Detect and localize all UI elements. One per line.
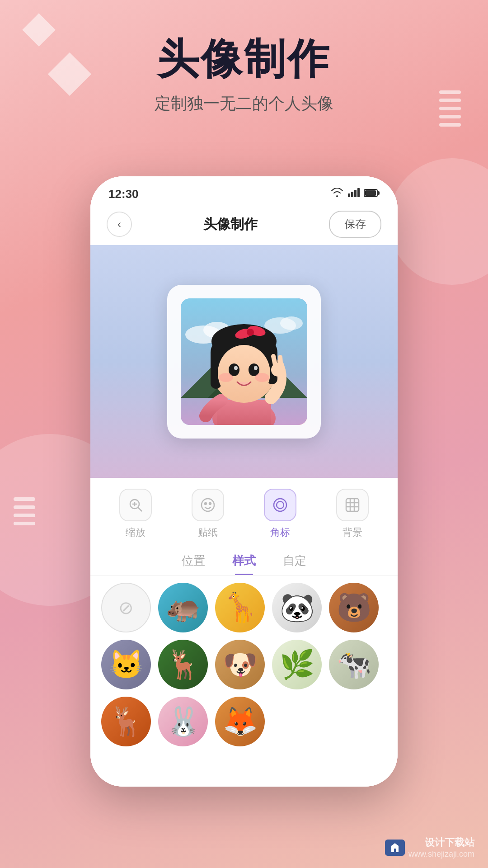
status-time: 12:30 xyxy=(108,187,139,201)
svg-point-25 xyxy=(247,329,254,336)
signal-icon xyxy=(348,188,360,200)
girl-avatar-svg xyxy=(181,298,307,425)
wifi-icon xyxy=(331,188,343,200)
tool-sticker[interactable]: 贴纸 xyxy=(192,489,224,539)
main-title: 头像制作 xyxy=(0,36,488,82)
avatar-image xyxy=(181,298,307,425)
svg-point-44 xyxy=(277,501,284,509)
tab-custom[interactable]: 自定 xyxy=(283,553,306,575)
back-button[interactable]: ‹ xyxy=(107,212,132,237)
header-title: 头像制作 xyxy=(203,215,258,234)
background-blob-2 xyxy=(389,158,488,285)
avatar-option-panda[interactable]: 🐼 xyxy=(272,583,322,632)
phone-inner: 12:30 xyxy=(90,176,398,787)
svg-rect-3 xyxy=(357,188,360,197)
svg-line-37 xyxy=(138,507,142,511)
svg-point-43 xyxy=(274,499,286,511)
zoom-icon-box xyxy=(119,489,152,521)
svg-point-29 xyxy=(234,366,238,370)
svg-rect-45 xyxy=(346,499,359,511)
header-bar: ‹ 头像制作 保存 xyxy=(90,203,398,245)
avatar-option-bear[interactable]: 🐻 xyxy=(329,583,379,632)
svg-point-26 xyxy=(218,345,270,401)
avatar-option-cat[interactable]: 🐱 xyxy=(101,640,151,689)
avatar-card xyxy=(167,285,321,439)
avatar-option-deer-green[interactable]: 🦌 xyxy=(158,640,208,689)
tab-position[interactable]: 位置 xyxy=(182,553,205,575)
phone-mockup: 12:30 xyxy=(90,176,398,787)
save-button[interactable]: 保存 xyxy=(329,211,381,238)
status-bar: 12:30 xyxy=(90,176,398,203)
tool-badge[interactable]: 角标 xyxy=(264,489,296,539)
svg-point-41 xyxy=(205,503,206,505)
avatar-option-rabbit[interactable]: 🐰 xyxy=(158,697,208,746)
svg-point-40 xyxy=(202,499,214,511)
zoom-label: 缩放 xyxy=(126,526,145,539)
tools-bar: 缩放 贴纸 xyxy=(90,478,398,544)
svg-rect-5 xyxy=(365,190,376,196)
watermark: 设计下载站 www.shejizaji.com xyxy=(385,836,474,859)
tool-zoom[interactable]: 缩放 xyxy=(119,489,152,539)
tool-background[interactable]: 背景 xyxy=(336,489,369,539)
svg-rect-0 xyxy=(348,193,350,197)
title-section: 头像制作 定制独一无二的个人头像 xyxy=(0,36,488,115)
svg-point-30 xyxy=(254,366,258,370)
svg-point-35 xyxy=(271,363,285,377)
tabs-row: 位置 样式 自定 xyxy=(90,544,398,576)
background-label: 背景 xyxy=(343,526,362,539)
avatar-option-dog[interactable]: 🐶 xyxy=(215,640,265,689)
status-icons xyxy=(331,188,380,200)
avatar-option-none[interactable]: ⊘ xyxy=(101,583,151,632)
avatar-options-grid: ⊘ 🦛 🦒 🐼 🐻 🐱 🦌 🐶 🌿 🐄 🦌 🐰 xyxy=(90,576,398,787)
canvas-area xyxy=(90,245,398,478)
avatar-option-giraffe[interactable]: 🦒 xyxy=(215,583,265,632)
back-arrow-icon: ‹ xyxy=(117,218,121,231)
svg-rect-2 xyxy=(354,190,357,197)
svg-rect-1 xyxy=(351,192,353,197)
watermark-label: 设计下载站 xyxy=(408,836,474,849)
sticker-icon-box xyxy=(192,489,224,521)
phone-frame: 12:30 xyxy=(90,176,398,787)
avatar-option-egg[interactable]: 🌿 xyxy=(272,640,322,689)
background-icon-box xyxy=(336,489,369,521)
badge-label: 角标 xyxy=(270,526,290,539)
sub-title: 定制独一无二的个人头像 xyxy=(0,93,488,115)
avatar-row-1: ⊘ 🦛 🦒 🐼 🐻 xyxy=(101,583,387,632)
svg-point-42 xyxy=(209,503,211,505)
tab-style[interactable]: 样式 xyxy=(232,553,256,575)
avatar-row-2: 🐱 🦌 🐶 🌿 🐄 xyxy=(101,640,387,689)
badge-icon-box xyxy=(264,489,296,521)
avatar-option-deer-orange[interactable]: 🦌 xyxy=(101,697,151,746)
svg-point-11 xyxy=(280,316,303,330)
svg-rect-6 xyxy=(378,191,380,195)
battery-icon xyxy=(364,189,380,199)
avatar-option-hippo[interactable]: 🦛 xyxy=(158,583,208,632)
svg-point-32 xyxy=(255,373,269,382)
avatar-option-cow[interactable]: 🐄 xyxy=(329,640,379,689)
svg-point-31 xyxy=(219,373,233,382)
avatar-row-3: 🦌 🐰 🦊 xyxy=(101,697,387,746)
sticker-label: 贴纸 xyxy=(198,526,218,539)
avatar-option-fox[interactable]: 🦊 xyxy=(215,697,265,746)
watermark-url: www.shejizaji.com xyxy=(408,849,474,859)
